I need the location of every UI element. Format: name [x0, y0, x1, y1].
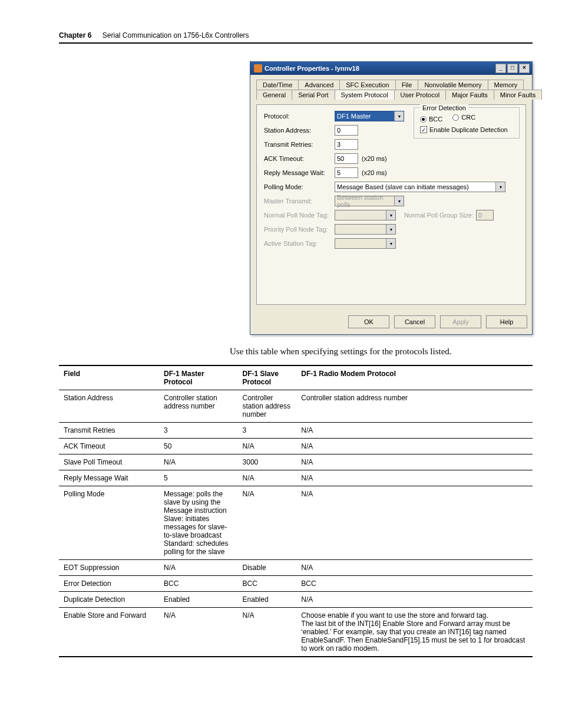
transmit-retries-label: Transmit Retries: — [264, 141, 335, 148]
field-name-cell: EOT Suppression — [59, 560, 159, 576]
dialog-title: Controller Properties - lynnv18 — [265, 65, 495, 72]
close-button[interactable]: × — [519, 64, 530, 73]
cancel-button[interactable]: Cancel — [394, 315, 435, 328]
table-cell: N/A — [296, 423, 533, 439]
field-name-cell: Enable Store and Forward — [59, 608, 159, 657]
table-cell: 50 — [159, 439, 238, 454]
table-header: DF-1 Radio Modem Protocol — [296, 365, 533, 390]
field-name-cell: ACK Timeout — [59, 439, 159, 454]
tab-major-faults[interactable]: Major Faults — [445, 90, 494, 100]
tab-sfc-execution[interactable]: SFC Execution — [339, 80, 395, 90]
polling-mode-label: Polling Mode: — [264, 183, 335, 190]
ack-timeout-suffix: (x20 ms) — [362, 155, 387, 162]
station-address-input[interactable] — [335, 125, 358, 136]
protocol-settings-table: FieldDF-1 Master ProtocolDF-1 Slave Prot… — [59, 365, 533, 657]
table-cell: N/A — [296, 592, 533, 608]
table-cell: N/A — [238, 439, 297, 454]
table-cell: Choose enable if you want to use the sto… — [296, 608, 533, 657]
priority-poll-node-select: ▾ — [335, 224, 396, 235]
field-name-cell: Reply Message Wait — [59, 470, 159, 486]
table-row: EOT SuppressionN/ADisableN/A — [59, 560, 533, 576]
table-cell: Disable — [238, 560, 297, 576]
normal-poll-node-select: ▾ — [335, 210, 396, 220]
table-row: Reply Message Wait5N/AN/A — [59, 470, 533, 486]
protocol-select[interactable]: DF1 Master▾ — [335, 111, 404, 121]
normal-poll-group-label: Normal Poll Group Size: — [404, 212, 474, 219]
radio-bcc-label: BCC — [429, 116, 442, 123]
intro-paragraph: Use this table when specifying settings … — [230, 347, 533, 357]
page-header: Chapter 6 Serial Communication on 1756-L… — [59, 29, 533, 44]
chapter-title: Serial Communication on 1756-L6x Control… — [103, 31, 249, 39]
table-cell: Enabled — [159, 592, 238, 608]
table-cell: N/A — [159, 560, 238, 576]
transmit-retries-input[interactable] — [335, 139, 358, 150]
reply-wait-label: Reply Message Wait: — [264, 169, 335, 176]
station-address-label: Station Address: — [264, 127, 335, 134]
error-detection-group: Error Detection BCC CRC — [414, 107, 520, 139]
tab-serial-port[interactable]: Serial Port — [292, 90, 335, 100]
table-cell: N/A — [296, 454, 533, 470]
ack-timeout-input[interactable] — [335, 153, 358, 164]
table-cell: 3 — [159, 423, 238, 439]
chapter-label: Chapter 6 — [59, 31, 91, 39]
table-row: Slave Poll TimeoutN/A3000N/A — [59, 454, 533, 470]
table-cell: N/A — [238, 470, 297, 486]
table-cell: N/A — [238, 486, 297, 560]
priority-poll-node-label: Priority Poll Node Tag: — [264, 226, 335, 233]
table-row: Station AddressController station addres… — [59, 390, 533, 423]
tab-advanced[interactable]: Advanced — [298, 80, 340, 90]
table-cell: N/A — [296, 439, 533, 454]
table-cell: Enabled — [238, 592, 297, 608]
tab-strip: Date/TimeAdvancedSFC ExecutionFileNonvol… — [256, 80, 526, 100]
enable-dup-checkbox[interactable]: ✓ — [420, 126, 427, 133]
tab-file[interactable]: File — [395, 80, 419, 90]
table-cell: N/A — [159, 454, 238, 470]
tab-user-protocol[interactable]: User Protocol — [394, 90, 447, 100]
table-row: Enable Store and ForwardN/AN/AChoose ena… — [59, 608, 533, 657]
field-name-cell: Station Address — [59, 390, 159, 423]
radio-crc-label: CRC — [461, 114, 475, 121]
table-header: DF-1 Master Protocol — [159, 365, 238, 390]
table-cell: N/A — [238, 608, 297, 657]
ok-button[interactable]: OK — [348, 315, 389, 328]
maximize-button[interactable]: □ — [507, 64, 518, 73]
tab-general[interactable]: General — [256, 90, 292, 100]
radio-bcc[interactable]: BCC — [420, 116, 442, 123]
table-row: Duplicate DetectionEnabledEnabledN/A — [59, 592, 533, 608]
controller-properties-dialog: Controller Properties - lynnv18 _ □ × Da… — [250, 61, 533, 335]
table-cell: 5 — [159, 470, 238, 486]
tab-memory[interactable]: Memory — [488, 80, 524, 90]
table-cell: Controller station address number — [296, 390, 533, 423]
reply-wait-suffix: (x20 ms) — [362, 169, 387, 176]
dialog-button-row: OK Cancel Apply Help — [250, 311, 532, 334]
table-cell: N/A — [159, 608, 238, 657]
active-station-select: ▾ — [335, 238, 396, 249]
error-detection-legend: Error Detection — [420, 104, 468, 111]
tab-date-time[interactable]: Date/Time — [256, 80, 299, 90]
table-cell: 3 — [238, 423, 297, 439]
table-header: DF-1 Slave Protocol — [238, 365, 297, 390]
table-row: ACK Timeout50N/AN/A — [59, 439, 533, 454]
master-transmit-label: Master Transmit: — [264, 197, 335, 205]
radio-crc[interactable]: CRC — [452, 114, 475, 121]
table-cell: N/A — [296, 560, 533, 576]
tab-nonvolatile-memory[interactable]: Nonvolatile Memory — [418, 80, 488, 90]
polling-mode-select[interactable]: Message Based (slave can initiate messag… — [335, 182, 505, 192]
table-cell: 3000 — [238, 454, 297, 470]
table-cell: BCC — [159, 576, 238, 592]
field-name-cell: Slave Poll Timeout — [59, 454, 159, 470]
table-cell: N/A — [296, 486, 533, 560]
app-icon — [254, 64, 262, 73]
table-cell: BCC — [238, 576, 297, 592]
tab-system-protocol[interactable]: System Protocol — [335, 90, 395, 100]
minimize-button[interactable]: _ — [495, 64, 506, 73]
table-row: Error DetectionBCCBCCBCC — [59, 576, 533, 592]
tab-minor-faults[interactable]: Minor Faults — [494, 90, 543, 100]
dialog-titlebar[interactable]: Controller Properties - lynnv18 _ □ × — [250, 62, 532, 75]
help-button[interactable]: Help — [486, 315, 527, 328]
normal-poll-group-input — [476, 210, 494, 220]
enable-dup-label: Enable Duplicate Detection — [429, 126, 508, 133]
table-cell: Controller station address number — [238, 390, 297, 423]
field-name-cell: Duplicate Detection — [59, 592, 159, 608]
reply-wait-input[interactable] — [335, 167, 358, 178]
